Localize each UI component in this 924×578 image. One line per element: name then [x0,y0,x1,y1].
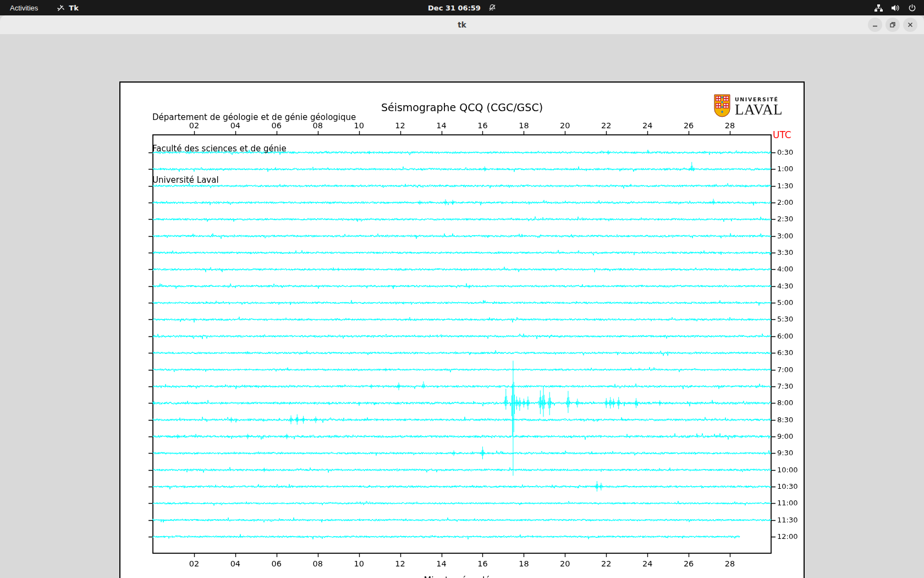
clock-menu[interactable]: Dec 31 06:59 [428,4,496,12]
x-tick-label: 08 [306,121,330,130]
x-tick-label: 22 [594,121,618,130]
window-titlebar[interactable]: tk [0,15,924,35]
x-tick-label: 04 [223,559,248,568]
x-tick-label: 18 [512,559,536,568]
focused-app-name: Tk [69,4,79,12]
x-tick-label: 10 [347,559,371,568]
utc-row-label: 5:00 [777,298,793,307]
x-tick-label: 08 [306,559,330,568]
notifications-disabled-icon [488,4,496,12]
network-icon [874,4,883,12]
utc-row-label: 1:30 [777,182,793,190]
laval-wordmark: UNIVERSITÉ LAVAL [735,96,783,117]
header-line-2: Faculté des sciences et de génie [152,144,356,154]
x-tick-label: 28 [718,559,742,568]
close-button[interactable] [903,18,917,32]
utc-row-label: 8:30 [777,416,793,424]
x-axis-title: Minutes écoulées [153,575,771,578]
seismograph-canvas: Département de géologie et de génie géol… [119,81,805,578]
laval-wordmark-bottom: LAVAL [735,102,783,117]
gnome-top-bar: Activities Tk Dec 31 06:59 [0,0,924,15]
restore-button[interactable] [886,18,900,32]
x-tick-label: 02 [182,121,206,130]
x-tick-label: 06 [265,121,289,130]
tk-app-icon [57,4,65,12]
x-tick-label: 16 [470,559,494,568]
power-icon [908,4,916,12]
x-tick-label: 18 [512,121,536,130]
utc-row-label: 7:00 [777,366,793,374]
utc-row-label: 10:00 [777,466,798,474]
utc-row-label: 3:30 [777,248,793,257]
utc-row-label: 0:30 [777,148,793,156]
plot-title: Séismographe QCQ (CGC/GSC) [153,101,771,113]
utc-row-label: 11:30 [777,516,798,524]
utc-row-label: 9:30 [777,449,793,457]
x-tick-label: 20 [553,559,577,568]
utc-row-label: 6:00 [777,332,793,340]
utc-row-label: 2:00 [777,198,793,206]
utc-row-label: 8:00 [777,399,793,407]
utc-row-label: 6:30 [777,348,793,357]
desktop: Activities Tk Dec 31 06:59 [0,0,924,578]
utc-row-label: 10:30 [777,482,798,490]
utc-row-label: 7:30 [777,382,793,390]
x-tick-label: 26 [676,559,701,568]
utc-row-label: 11:00 [777,499,798,507]
utc-row-label: 4:00 [777,265,793,273]
header-line-3: Université Laval [152,175,356,186]
x-tick-label: 16 [470,121,494,130]
focused-app-indicator[interactable]: Tk [57,4,79,12]
utc-row-label: 12:00 [777,532,798,541]
utc-row-label: 2:30 [777,215,793,223]
x-tick-label: 10 [347,121,371,130]
x-tick-label: 12 [388,559,413,568]
utc-row-label: 3:00 [777,232,793,240]
x-tick-label: 14 [430,559,454,568]
tk-window-body: Département de géologie et de génie géol… [0,34,924,578]
x-tick-label: 12 [388,121,413,130]
x-tick-label: 06 [265,559,289,568]
volume-icon [891,4,900,12]
x-tick-label: 04 [223,121,248,130]
x-tick-label: 26 [676,121,701,130]
utc-row-label: 9:00 [777,432,793,440]
x-tick-label: 02 [182,559,206,568]
utc-row-label: 4:30 [777,282,793,290]
x-tick-label: 24 [635,121,659,130]
activities-button[interactable]: Activities [10,4,38,12]
system-status-area[interactable] [874,4,924,12]
clock-label: Dec 31 06:59 [428,4,481,12]
x-tick-label: 24 [635,559,659,568]
utc-row-label: 1:00 [777,165,793,173]
x-tick-label: 14 [430,121,454,130]
window-title: tk [0,15,924,34]
x-tick-label: 20 [553,121,577,130]
x-tick-label: 22 [594,559,618,568]
x-tick-label: 28 [718,121,742,130]
utc-axis-label: UTC [773,129,791,140]
minimize-button[interactable] [868,18,882,32]
utc-row-label: 5:30 [777,315,793,323]
